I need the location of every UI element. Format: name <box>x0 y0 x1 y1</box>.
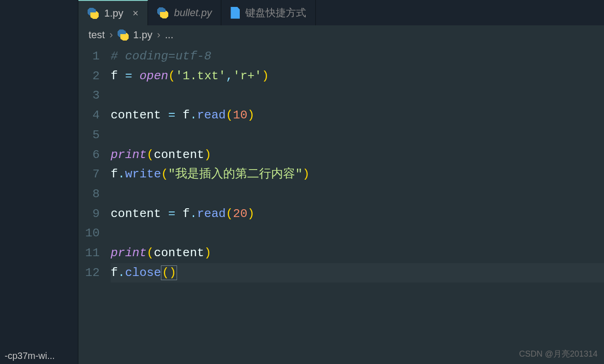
line-number: 8 <box>78 184 100 204</box>
tab-bullet.py[interactable]: bullet.py <box>148 0 221 25</box>
breadcrumb-separator-icon: › <box>157 29 160 41</box>
sidebar: -cp37m-wi... <box>0 0 78 364</box>
code-line[interactable]: f = open('1.txt','r+') <box>111 66 604 86</box>
line-number: 3 <box>78 86 100 106</box>
sidebar-truncated-item[interactable]: -cp37m-wi... <box>0 348 78 364</box>
python-icon <box>157 7 168 18</box>
code-line[interactable] <box>111 223 604 243</box>
line-number: 10 <box>78 223 100 243</box>
tab-label: 键盘快捷方式 <box>245 6 306 20</box>
code-line[interactable]: f.write("我是插入的第二行内容") <box>111 164 604 184</box>
code-line[interactable]: print(content) <box>111 243 604 263</box>
code-line[interactable]: content = f.read(10) <box>111 106 604 125</box>
file-icon <box>231 7 240 19</box>
line-number: 7 <box>78 164 100 184</box>
code-line[interactable] <box>111 184 604 204</box>
close-icon[interactable]: × <box>133 7 139 19</box>
code-line[interactable]: content = f.read(20) <box>111 204 604 224</box>
python-icon <box>88 8 99 19</box>
python-icon <box>118 29 129 41</box>
watermark-text: CSDN @月亮201314 <box>519 348 598 359</box>
code-content[interactable]: # coding=utf-8f = open('1.txt','r+') con… <box>111 47 604 364</box>
breadcrumb-folder[interactable]: test <box>89 29 105 41</box>
line-number-gutter: 123456789101112 <box>78 47 111 364</box>
breadcrumb[interactable]: test › 1.py › ... <box>78 25 604 45</box>
line-number: 6 <box>78 145 100 165</box>
line-number: 2 <box>78 66 100 86</box>
line-number: 11 <box>78 243 100 263</box>
code-line[interactable] <box>111 125 604 145</box>
line-number: 12 <box>78 263 100 283</box>
breadcrumb-separator-icon: › <box>109 29 113 41</box>
line-number: 1 <box>78 47 100 66</box>
breadcrumb-file[interactable]: 1.py <box>133 29 153 41</box>
main-area: 1.py×bullet.py键盘快捷方式 test › 1.py › ... 1… <box>78 0 604 364</box>
tab-bar: 1.py×bullet.py键盘快捷方式 <box>78 0 604 25</box>
breadcrumb-symbol[interactable]: ... <box>165 29 173 41</box>
tab-label: bullet.py <box>174 7 212 19</box>
code-line[interactable] <box>111 86 604 106</box>
code-editor[interactable]: 123456789101112 # coding=utf-8f = open('… <box>78 45 604 364</box>
line-number: 5 <box>78 125 100 145</box>
tab-键盘快捷方式[interactable]: 键盘快捷方式 <box>221 0 316 25</box>
code-line[interactable]: print(content) <box>111 145 604 165</box>
tab-label: 1.py <box>104 7 124 19</box>
code-line[interactable]: f.close() <box>111 263 604 283</box>
code-line[interactable]: # coding=utf-8 <box>111 47 604 66</box>
line-number: 4 <box>78 106 100 125</box>
tab-1.py[interactable]: 1.py× <box>78 0 148 25</box>
line-number: 9 <box>78 204 100 224</box>
